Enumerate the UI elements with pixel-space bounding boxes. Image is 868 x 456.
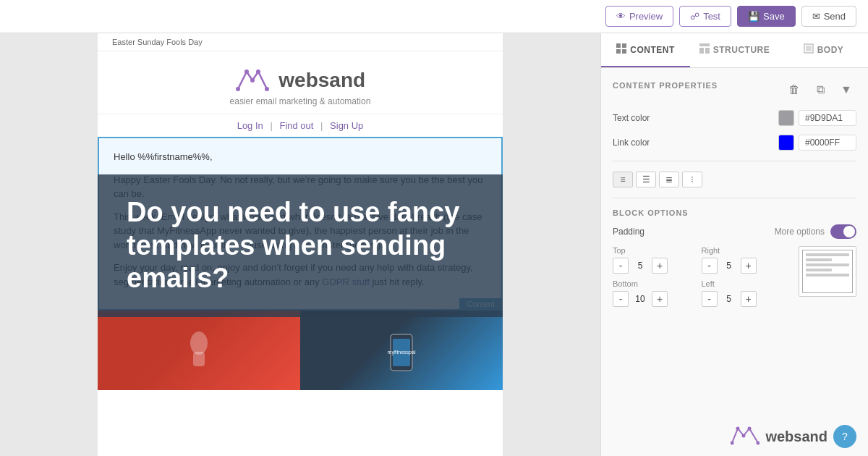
email-container: Easter Sunday Fools Day websand easier e…	[98, 33, 503, 456]
content-properties-header: CONTENT PROPERTIES 🗑 ⧉ ▼	[613, 80, 856, 100]
link-color-swatch-row: #0000FF	[778, 135, 856, 151]
svg-rect-20	[806, 46, 812, 51]
text-color-label: Text color	[613, 113, 650, 123]
padding-right-value: 5	[720, 261, 738, 271]
svg-rect-7	[193, 352, 205, 366]
copy-button[interactable]: ⧉	[810, 80, 830, 100]
text-color-value[interactable]: #9D9DA1	[799, 110, 856, 126]
main-layout: Easter Sunday Fools Day websand easier e…	[0, 33, 868, 456]
panel-branding: websand ?	[601, 417, 868, 456]
nav-find[interactable]: Find out	[279, 120, 313, 131]
link-color-swatch[interactable]	[778, 135, 794, 151]
svg-point-0	[236, 87, 240, 91]
text-color-swatch[interactable]	[778, 110, 794, 126]
padding-bottom-decrease[interactable]: -	[613, 291, 629, 307]
more-options-row: Padding More options	[613, 224, 856, 239]
logo-tagline: easier email marketing & automation	[105, 96, 495, 106]
tab-structure[interactable]: STRUCTURE	[690, 33, 779, 67]
align-center-button[interactable]: ☰	[636, 172, 656, 187]
svg-point-6	[190, 332, 208, 355]
panel-content: CONTENT PROPERTIES 🗑 ⧉ ▼ Text color #9D9…	[601, 68, 868, 417]
tab-body[interactable]: BODY	[779, 33, 868, 67]
content-properties-title: CONTENT PROPERTIES	[613, 81, 718, 90]
padding-left-field: Left - 5 +	[702, 279, 785, 307]
padding-bottom-value: 10	[631, 294, 649, 304]
save-button[interactable]: 💾 Save	[737, 6, 796, 27]
images-row: myfitnesspal	[98, 311, 503, 390]
link-color-row: Link color #0000FF	[613, 135, 856, 151]
align-left-button[interactable]: ≡	[613, 172, 633, 187]
delete-button[interactable]: 🗑	[784, 80, 804, 100]
padding-right-field: Right - 5 +	[702, 246, 785, 274]
padding-bottom-increase[interactable]: +	[652, 291, 668, 307]
nav-signup[interactable]: Sign Up	[330, 120, 363, 131]
save-label: Save	[763, 11, 785, 22]
grid-icon	[616, 43, 626, 56]
save-icon: 💾	[748, 11, 760, 22]
svg-rect-14	[616, 49, 621, 54]
preview-button[interactable]: 👁 Preview	[605, 6, 673, 27]
more-options-toggle[interactable]	[830, 224, 856, 239]
padding-top-increase[interactable]: +	[652, 258, 668, 274]
collapse-button[interactable]: ▼	[836, 80, 856, 100]
svg-point-21	[731, 442, 734, 445]
svg-point-2	[250, 78, 255, 83]
padding-right-decrease[interactable]: -	[702, 258, 718, 274]
svg-rect-13	[622, 43, 626, 48]
block-preview-thumbnail	[799, 246, 856, 297]
panel-tabs: CONTENT STRUCTURE	[601, 33, 868, 68]
eye-icon: 👁	[616, 11, 626, 22]
padding-right-stepper: - 5 +	[702, 258, 785, 274]
padding-left-increase[interactable]: +	[741, 291, 757, 307]
svg-rect-12	[616, 43, 621, 48]
svg-point-3	[256, 69, 260, 74]
padding-left-value: 5	[720, 294, 738, 304]
image-2: myfitnesspal	[300, 311, 503, 390]
body-icon	[804, 43, 814, 56]
padding-label: Padding	[613, 227, 644, 237]
align-right-button[interactable]: ≣	[659, 172, 679, 187]
svg-rect-15	[622, 49, 626, 54]
padding-area: Top - 5 + Right - 5 +	[613, 246, 856, 316]
svg-rect-16	[699, 43, 710, 46]
send-button[interactable]: ✉ Send	[801, 6, 856, 27]
padding-top-stepper: - 5 +	[613, 258, 696, 274]
email-subject: Easter Sunday Fools Day	[98, 33, 503, 51]
help-button[interactable]: ?	[833, 425, 856, 448]
divider-2	[613, 198, 856, 198]
svg-point-4	[265, 87, 269, 91]
block-options-title: BLOCK OPTIONS	[613, 208, 856, 217]
padding-bottom-field: Bottom - 10 +	[613, 279, 696, 307]
logo-text: websand	[278, 69, 365, 91]
padding-top-decrease[interactable]: -	[613, 258, 629, 274]
send-label: Send	[824, 11, 846, 22]
image-1	[98, 311, 300, 390]
svg-point-1	[244, 69, 249, 74]
overlay: Do you need to use fancy templates when …	[98, 174, 503, 317]
padding-right-label: Right	[702, 246, 785, 255]
overlay-text: Do you need to use fancy templates when …	[127, 196, 474, 295]
more-options-label: More options	[775, 227, 825, 237]
websand-logo-icon	[235, 66, 270, 95]
test-button[interactable]: ☍ Test	[679, 6, 731, 27]
greeting: Hello %%firstname%%,	[114, 150, 487, 164]
preview-inner	[802, 250, 853, 293]
right-panel: CONTENT STRUCTURE	[600, 33, 868, 456]
link-color-value[interactable]: #0000FF	[799, 135, 856, 151]
padding-top-value: 5	[631, 261, 649, 271]
panel-logo-text: websand	[765, 428, 827, 445]
email-nav: Log In | Find out | Sign Up	[98, 114, 503, 137]
svg-point-24	[748, 427, 752, 431]
structure-icon	[699, 43, 710, 56]
padding-right-increase[interactable]: +	[741, 258, 757, 274]
svg-rect-17	[699, 48, 704, 54]
tab-content[interactable]: CONTENT	[601, 33, 690, 67]
svg-text:myfitnesspal: myfitnesspal	[388, 350, 416, 355]
padding-left-decrease[interactable]: -	[702, 291, 718, 307]
preview-label: Preview	[629, 11, 663, 22]
align-justify-button[interactable]: ⁝	[682, 172, 702, 187]
nav-login[interactable]: Log In	[237, 120, 263, 131]
padding-bottom-label: Bottom	[613, 279, 696, 288]
svg-point-23	[742, 434, 746, 438]
align-row: ≡ ☰ ≣ ⁝	[613, 172, 856, 187]
